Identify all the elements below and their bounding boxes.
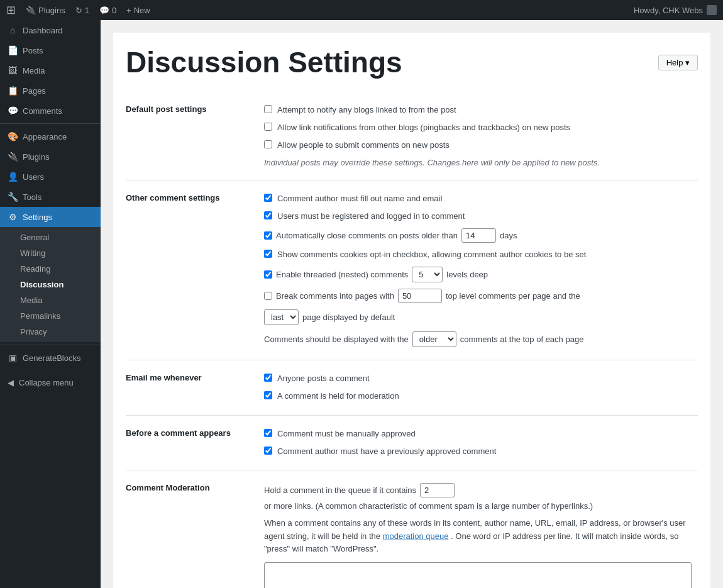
appearance-icon: 🎨 — [8, 131, 18, 141]
section-comment-moderation: Comment Moderation Hold a comment in the… — [126, 470, 698, 588]
sidebar-item-users[interactable]: 👤 Users — [0, 167, 101, 187]
label-auto-close-before: Automatically close comments on posts ol… — [276, 231, 458, 240]
checkbox-row-anyone-posts: Anyone posts a comment — [264, 373, 692, 384]
submenu-discussion[interactable]: Discussion — [0, 277, 101, 292]
section-before-comment-appears: Before a comment appears Comment must be… — [126, 415, 698, 470]
checkbox-row-allow-comments: Allow people to submit comments on new p… — [264, 140, 692, 151]
label-allow-link-notifications: Allow link notifications from other blog… — [277, 122, 570, 133]
sidebar: ⌂ Dashboard 📄 Posts 🖼 Media 📋 Pages 💬 Co… — [0, 20, 101, 588]
checkbox-row-previously-approved: Comment author must have a previously ap… — [264, 446, 692, 457]
settings-table: Default post settings Attempt to notify … — [126, 92, 698, 588]
moderation-queue-link[interactable]: moderation queue — [383, 531, 449, 541]
adminbar-updates[interactable]: ↻ 1 — [75, 6, 89, 15]
page-displayed-select[interactable]: last first — [264, 309, 299, 325]
checkbox-row-registered-only: Users must be registered and logged in t… — [264, 211, 692, 222]
submenu-permalinks[interactable]: Permalinks — [0, 308, 101, 324]
sidebar-item-pages[interactable]: 📋 Pages — [0, 80, 101, 101]
adminbar-comments[interactable]: 💬 0 — [99, 6, 116, 15]
help-button[interactable]: Help ▾ — [658, 55, 698, 70]
section-email-me-whenever: Email me whenever Anyone posts a comment… — [126, 360, 698, 415]
tools-icon: 🔧 — [8, 192, 18, 202]
sidebar-item-generateblocks[interactable]: ▣ GenerateBlocks — [0, 348, 101, 368]
label-display-order-after: comments at the top of each page — [460, 335, 584, 344]
adminbar-plugins[interactable]: 🔌 Plugins — [26, 6, 65, 15]
section-content-before-comment: Comment must be manually approved Commen… — [258, 415, 698, 470]
sidebar-item-media[interactable]: 🖼 Media — [0, 60, 101, 80]
auto-close-days-input[interactable] — [461, 228, 496, 243]
sidebar-item-dashboard[interactable]: ⌂ Dashboard — [0, 20, 101, 40]
dashboard-icon: ⌂ — [8, 25, 18, 35]
threaded-levels-select[interactable]: 1234 567 8910 — [412, 267, 443, 282]
label-pages-after: top level comments per page and the — [446, 291, 580, 301]
page-title-row: Discussion Settings Help ▾ — [126, 45, 698, 79]
sidebar-item-settings[interactable]: ⚙ Settings — [0, 207, 101, 227]
checkbox-auto-close[interactable] — [264, 231, 272, 240]
checkbox-allow-comments[interactable] — [264, 140, 272, 148]
checkbox-threaded[interactable] — [264, 270, 272, 279]
adminbar-user: Howdy, CHK Webs — [634, 5, 717, 15]
label-registered-only: Users must be registered and logged in t… — [277, 211, 465, 222]
section-other-comment-settings: Other comment settings Comment author mu… — [126, 180, 698, 360]
checkbox-manually-approved[interactable] — [264, 429, 272, 437]
menu-separator-2 — [0, 345, 101, 345]
moderation-words-textarea[interactable] — [264, 562, 692, 588]
submenu-general[interactable]: General — [0, 230, 101, 245]
section-label-default-post: Default post settings — [126, 92, 258, 180]
inline-row-page-displayed: last first page displayed by default — [264, 309, 692, 325]
section-label-moderation: Comment Moderation — [126, 470, 258, 588]
avatar — [707, 5, 717, 15]
pages-count-input[interactable] — [398, 289, 442, 303]
checkbox-registered-only[interactable] — [264, 211, 272, 219]
display-order-select[interactable]: older newer — [412, 331, 456, 347]
hold-links-input[interactable] — [420, 483, 455, 497]
default-post-note: Individual posts may override these sett… — [264, 158, 692, 167]
settings-wrap: Discussion Settings Help ▾ Default post … — [113, 33, 710, 588]
sidebar-item-comments[interactable]: 💬 Comments — [0, 101, 101, 121]
sidebar-item-plugins[interactable]: 🔌 Plugins — [0, 147, 101, 167]
pages-icon: 📋 — [8, 86, 18, 96]
label-allow-comments: Allow people to submit comments on new p… — [277, 140, 450, 151]
label-pages-before: Break comments into pages with — [276, 291, 394, 301]
label-held-moderation: A comment is held for moderation — [277, 391, 399, 402]
sidebar-item-posts[interactable]: 📄 Posts — [0, 40, 101, 60]
collapse-menu-button[interactable]: ◀ Collapse menu — [0, 373, 101, 392]
checkbox-row-author-fill-out: Comment author must fill out name and em… — [264, 193, 692, 204]
label-display-order-before: Comments should be displayed with the — [264, 335, 409, 344]
submenu-privacy[interactable]: Privacy — [0, 324, 101, 340]
submenu-writing[interactable]: Writing — [0, 245, 101, 261]
checkbox-held-moderation[interactable] — [264, 391, 272, 399]
checkbox-author-fill-out[interactable] — [264, 194, 272, 202]
label-notify-blogs: Attempt to notify any blogs linked to fr… — [277, 104, 456, 116]
submenu-media[interactable]: Media — [0, 292, 101, 308]
sidebar-item-tools[interactable]: 🔧 Tools — [0, 187, 101, 207]
checkbox-notify-blogs[interactable] — [264, 105, 272, 113]
checkbox-previously-approved[interactable] — [264, 447, 272, 455]
checkbox-allow-link-notifications[interactable] — [264, 123, 272, 131]
section-content-moderation: Hold a comment in the queue if it contai… — [258, 470, 698, 588]
settings-icon: ⚙ — [8, 212, 18, 222]
posts-icon: 📄 — [8, 45, 18, 55]
section-label-other-comment: Other comment settings — [126, 180, 258, 360]
plus-icon: + — [126, 6, 131, 15]
label-hold-before: Hold a comment in the queue if it contai… — [264, 485, 416, 495]
sidebar-item-appearance[interactable]: 🎨 Appearance — [0, 126, 101, 147]
checkbox-anyone-posts[interactable] — [264, 374, 272, 382]
checkbox-row-link-notifications: Allow link notifications from other blog… — [264, 122, 692, 133]
inline-row-pages: Break comments into pages with top level… — [264, 289, 692, 303]
wp-logo[interactable]: ⊞ — [6, 3, 16, 17]
comments-icon: 💬 — [99, 6, 109, 15]
section-content-other-comment: Comment author must fill out name and em… — [258, 180, 698, 360]
label-auto-close-after: days — [500, 231, 517, 240]
moderation-words-text: When a comment contains any of these wor… — [264, 517, 692, 556]
submenu-reading[interactable]: Reading — [0, 261, 101, 277]
label-author-fill-out: Comment author must fill out name and em… — [277, 193, 442, 204]
section-content-email: Anyone posts a comment A comment is held… — [258, 360, 698, 415]
media-icon: 🖼 — [8, 65, 18, 75]
adminbar-new[interactable]: + New — [126, 6, 150, 15]
checkbox-pages[interactable] — [264, 292, 272, 300]
inline-row-threaded: Enable threaded (nested) comments 1234 5… — [264, 267, 692, 282]
plugins-icon: 🔌 — [26, 6, 36, 15]
label-page-displayed: page displayed by default — [302, 313, 395, 322]
checkbox-cookies[interactable] — [264, 250, 272, 258]
checkbox-row-manually-approved: Comment must be manually approved — [264, 428, 692, 440]
